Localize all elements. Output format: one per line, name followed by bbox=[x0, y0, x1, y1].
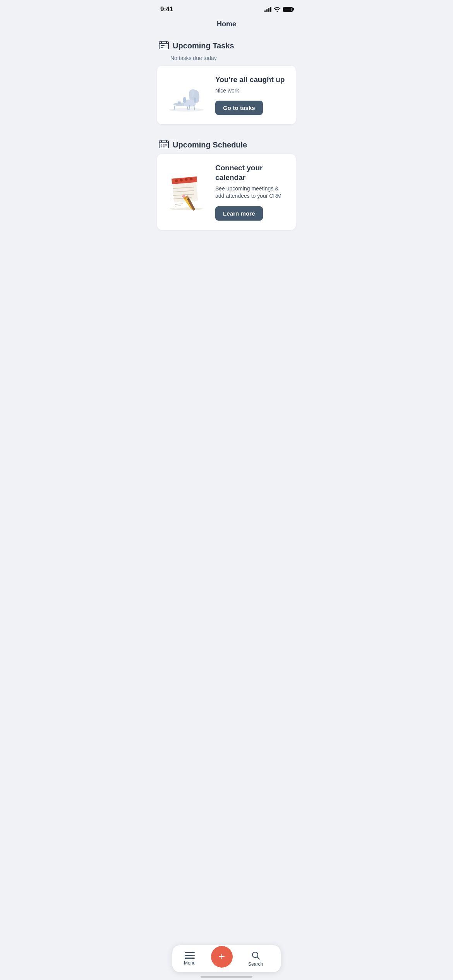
wifi-icon bbox=[274, 7, 281, 12]
tasks-section-header: Upcoming Tasks bbox=[151, 34, 302, 55]
page-title: Home bbox=[151, 16, 302, 34]
schedule-card-content: Connect your calendar See upcoming meeti… bbox=[165, 163, 288, 221]
tasks-card-content: You're all caught up Nice work Go to tas… bbox=[165, 75, 288, 115]
upcoming-tasks-section: Upcoming Tasks No tasks due today bbox=[151, 34, 302, 124]
svg-rect-19 bbox=[163, 144, 165, 146]
svg-rect-15 bbox=[161, 140, 162, 142]
learn-more-button[interactable]: Learn more bbox=[215, 206, 263, 221]
schedule-icon bbox=[159, 140, 169, 150]
schedule-card-description: See upcoming meetings & add attendees to… bbox=[215, 185, 288, 200]
status-time: 9:41 bbox=[160, 5, 173, 13]
schedule-section-header: Upcoming Schedule bbox=[151, 134, 302, 154]
svg-rect-18 bbox=[161, 144, 162, 146]
tasks-card: You're all caught up Nice work Go to tas… bbox=[157, 66, 296, 124]
lounge-illustration bbox=[165, 78, 208, 113]
tasks-card-description: Nice work bbox=[215, 87, 288, 95]
tasks-card-text: You're all caught up Nice work Go to tas… bbox=[215, 75, 288, 115]
svg-rect-20 bbox=[165, 144, 167, 146]
schedule-section-title: Upcoming Schedule bbox=[173, 140, 247, 149]
svg-rect-1 bbox=[161, 41, 162, 43]
calendar-illustration bbox=[165, 175, 208, 209]
svg-rect-21 bbox=[161, 146, 162, 147]
status-bar: 9:41 bbox=[151, 0, 302, 16]
schedule-card: Connect your calendar See upcoming meeti… bbox=[157, 154, 296, 230]
tasks-section-subtitle: No tasks due today bbox=[151, 55, 302, 66]
svg-rect-40 bbox=[174, 201, 185, 209]
svg-rect-11 bbox=[178, 101, 180, 103]
upcoming-schedule-section: Upcoming Schedule bbox=[151, 134, 302, 230]
schedule-card-heading: Connect your calendar bbox=[215, 163, 288, 182]
signal-bars-icon bbox=[264, 7, 271, 12]
status-icons bbox=[264, 7, 293, 12]
svg-rect-22 bbox=[163, 146, 165, 147]
go-to-tasks-button[interactable]: Go to tasks bbox=[215, 101, 263, 115]
svg-rect-2 bbox=[166, 41, 167, 43]
tasks-section-title: Upcoming Tasks bbox=[173, 41, 234, 50]
tasks-card-heading: You're all caught up bbox=[215, 75, 288, 85]
tasks-icon bbox=[159, 41, 169, 51]
battery-icon bbox=[283, 7, 293, 12]
schedule-card-text: Connect your calendar See upcoming meeti… bbox=[215, 163, 288, 221]
svg-rect-16 bbox=[166, 140, 167, 142]
